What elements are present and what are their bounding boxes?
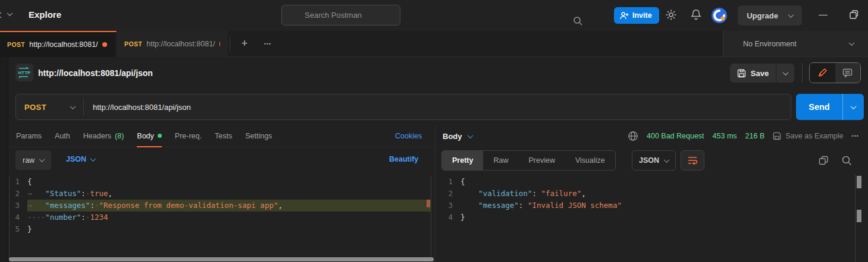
chevron-down-icon: [90, 156, 96, 162]
tab-headers-label: Headers: [83, 132, 111, 140]
documentation-pane-button[interactable]: [810, 63, 835, 83]
search-response-button[interactable]: [841, 155, 852, 166]
restore-window-button[interactable]: [850, 10, 858, 19]
body-present-dot: [158, 134, 162, 138]
save-label: Save: [751, 69, 769, 78]
response-header: Body 400 Bad Request 453 ms 216 B Save a…: [443, 125, 859, 147]
search-placeholder: Search Postman: [305, 11, 362, 20]
code-line-2[interactable]: 2→ "Status":·true,: [10, 188, 431, 200]
url-bar: POST http://localhost:8081/api/json: [15, 94, 791, 120]
request-tab-1[interactable]: POST http://localhost:8081/: [0, 31, 117, 57]
request-tab-2[interactable]: POST http://localhost:8081/: [117, 31, 227, 57]
collapsed-sidebar[interactable]: [0, 57, 8, 262]
save-as-example-button[interactable]: Save as Example: [773, 132, 843, 140]
tab-settings[interactable]: Settings: [245, 125, 272, 147]
search-icon: [841, 155, 852, 166]
code-line-5[interactable]: 5}: [10, 223, 431, 235]
chevron-down-icon: [849, 40, 855, 46]
workspace-chevron-down-icon[interactable]: [7, 10, 13, 16]
new-tab-button[interactable]: +: [237, 37, 252, 51]
back-icon[interactable]: [0, 12, 4, 18]
tab-tests[interactable]: Tests: [215, 125, 232, 147]
minimize-button[interactable]: [819, 15, 828, 15]
request-title: http://localhost:8081/api/json: [38, 68, 153, 78]
request-tabstrip: POST http://localhost:8081/ POST http://…: [0, 31, 868, 57]
scroll-marker[interactable]: [857, 210, 861, 222]
network-globe-icon[interactable]: [628, 131, 638, 141]
tab-params[interactable]: Params: [16, 125, 42, 147]
settings-button[interactable]: [665, 9, 677, 21]
response-body-selector[interactable]: Body: [443, 132, 472, 141]
pencil-icon: [817, 68, 828, 78]
method-chevron-down-icon[interactable]: [70, 103, 76, 109]
response-time[interactable]: 453 ms: [713, 132, 737, 140]
tab-prereq[interactable]: Pre-req.: [175, 125, 202, 147]
search-input[interactable]: Search Postman: [281, 5, 400, 26]
view-tab-visualize[interactable]: Visualize: [565, 151, 615, 170]
response-language-selector[interactable]: JSON: [632, 150, 676, 171]
tab-auth[interactable]: Auth: [55, 125, 70, 147]
notifications-button[interactable]: [691, 9, 701, 21]
body-format-selector[interactable]: raw: [15, 150, 51, 170]
tab-options-button[interactable]: •••: [260, 37, 275, 51]
avatar[interactable]: [712, 8, 727, 23]
code-line-2[interactable]: 2 "validation": "failure",: [443, 188, 853, 200]
environment-selector[interactable]: No Environment: [723, 31, 868, 56]
code-line-4[interactable]: 4}: [443, 212, 853, 223]
code-line-1[interactable]: 1{: [10, 176, 431, 188]
response-options-button[interactable]: •••: [852, 133, 859, 139]
body-language-label: JSON: [66, 155, 86, 163]
save-as-example-label: Save as Example: [785, 132, 843, 140]
workspace-title[interactable]: Explore: [29, 10, 61, 20]
body-language-selector[interactable]: JSON: [66, 155, 95, 163]
bell-icon: [691, 9, 701, 21]
cookies-link[interactable]: Cookies: [395, 132, 422, 140]
chevron-down-icon: [664, 157, 670, 163]
divider: [83, 99, 84, 115]
request-side-tools: [809, 62, 861, 83]
response-status-badge[interactable]: 400 Bad Request: [647, 132, 704, 140]
chevron-down-icon: [788, 12, 794, 18]
save-icon: [737, 69, 746, 78]
save-options-button[interactable]: [776, 64, 794, 83]
method-selector[interactable]: POST: [16, 103, 71, 112]
send-options-button[interactable]: [843, 94, 864, 120]
environment-label: No Environment: [743, 40, 797, 48]
tab-body-label: Body: [137, 132, 154, 140]
divider: [802, 63, 803, 83]
unsaved-dot: [102, 42, 107, 47]
view-tab-preview[interactable]: Preview: [518, 151, 565, 170]
vertical-scrollbar-thumb[interactable]: [857, 176, 861, 188]
editor-right-border: [431, 176, 431, 258]
chevron-down-icon: [782, 70, 788, 75]
tab-method-badge: POST: [124, 40, 142, 48]
http-protocol-badge: HTTP: [15, 64, 33, 81]
upgrade-button[interactable]: Upgrade: [738, 5, 802, 26]
view-tab-raw[interactable]: Raw: [483, 151, 518, 170]
request-section-tabs: Params Auth Headers (8) Body Pre-req. Te…: [8, 125, 434, 147]
wrap-lines-toggle[interactable]: [681, 150, 704, 171]
invite-button[interactable]: Invite: [614, 7, 659, 24]
body-format-label: raw: [23, 156, 35, 165]
scrollbar-track: [855, 174, 856, 262]
view-tab-pretty[interactable]: Pretty: [442, 151, 483, 170]
beautify-link[interactable]: Beautify: [389, 155, 418, 163]
copy-response-button[interactable]: [819, 156, 829, 166]
horizontal-scrollbar[interactable]: [9, 257, 434, 261]
chevron-down-icon: [467, 132, 473, 138]
panel-divider[interactable]: [435, 125, 435, 262]
save-button[interactable]: Save: [730, 64, 776, 83]
code-line-4[interactable]: 4····"number":·1234: [10, 212, 431, 223]
url-input[interactable]: http://localhost:8081/api/json: [93, 103, 191, 112]
response-body-viewer[interactable]: 1{2 "validation": "failure",3 "message":…: [443, 176, 853, 262]
code-line-3[interactable]: 3→ "messages":·"Response from demo-valid…: [10, 200, 431, 212]
response-size[interactable]: 216 B: [745, 132, 765, 140]
send-button[interactable]: Send: [796, 94, 842, 120]
code-line-3[interactable]: 3 "message": "Invalid JSON schema": [443, 200, 853, 212]
code-line-1[interactable]: 1{: [443, 176, 853, 188]
request-body-editor[interactable]: 1{2→ "Status":·true,3→ "messages":·"Resp…: [9, 176, 431, 258]
tab-headers[interactable]: Headers (8): [83, 125, 124, 147]
comments-pane-button[interactable]: [835, 63, 861, 83]
tab-method-badge: POST: [7, 41, 25, 48]
tab-body[interactable]: Body: [137, 125, 162, 147]
